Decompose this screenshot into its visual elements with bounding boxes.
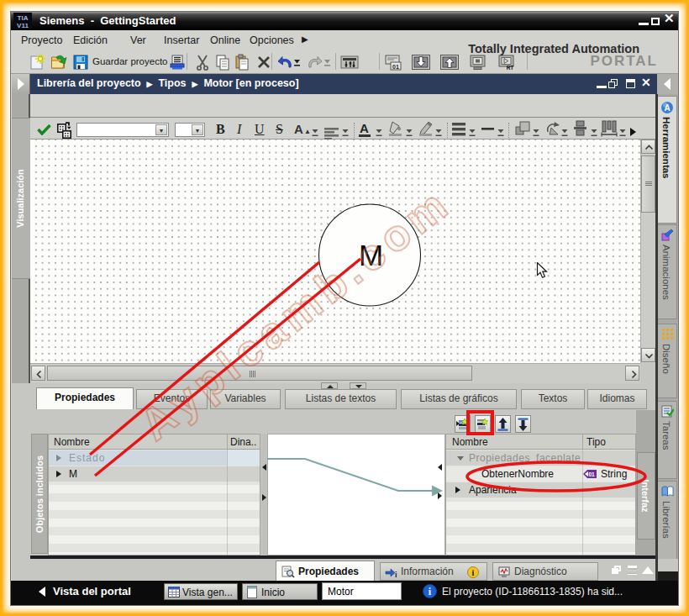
svg-text:01: 01 <box>392 64 399 70</box>
svg-text:A: A <box>664 103 670 113</box>
svg-text:01: 01 <box>588 471 595 477</box>
svg-text:i: i <box>395 571 397 579</box>
